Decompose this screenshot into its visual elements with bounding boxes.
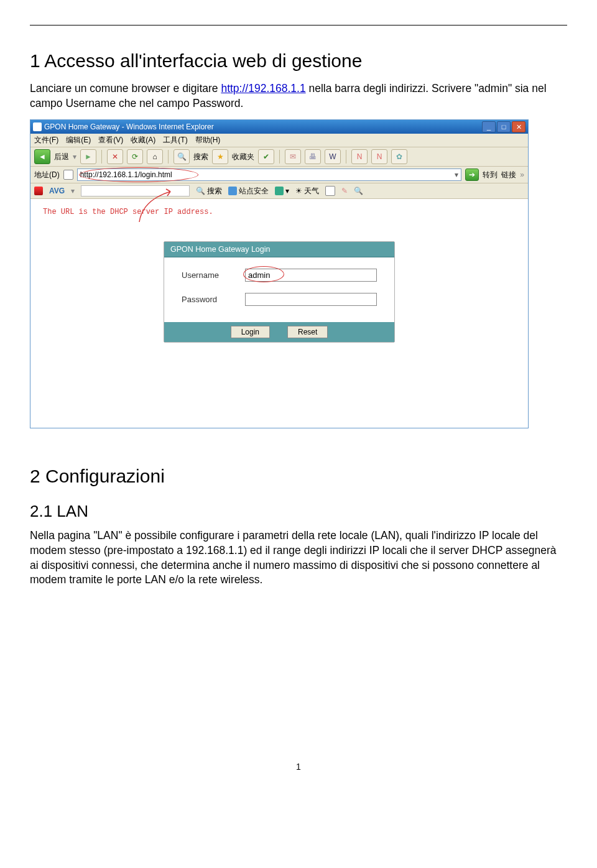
reset-button[interactable]: Reset [287, 326, 328, 338]
msn-icon[interactable]: ✿ [391, 149, 407, 164]
minimize-button[interactable]: _ [482, 121, 496, 132]
address-field[interactable]: http://192.168.1.1/login.html ▾ [77, 169, 462, 181]
address-url: http://192.168.1.1/login.html [80, 170, 172, 179]
go-button[interactable]: ➔ [465, 169, 479, 181]
window-title: GPON Home Gateway - Windows Internet Exp… [44, 122, 214, 131]
menu-tools[interactable]: 工具(T) [163, 135, 187, 145]
avg-toolbar: AVG ▾ 🔍 搜索 站点安全 ▾ ☀ 天气 ✎ 🔍 [30, 183, 528, 199]
home-button[interactable]: ⌂ [147, 149, 163, 164]
maximize-button[interactable]: □ [497, 121, 511, 132]
avg-edit-icon[interactable]: ✎ [341, 187, 348, 195]
refresh-button[interactable]: ⟳ [127, 149, 143, 164]
section1-heading: 1 Accesso all'interfaccia web di gestion… [30, 50, 567, 72]
avg-search-input[interactable] [81, 185, 190, 196]
page-icon [63, 170, 73, 180]
app-icon [33, 122, 42, 131]
menu-favorites[interactable]: 收藏(A) [131, 135, 155, 145]
history-button[interactable]: ✔ [258, 149, 274, 164]
username-label: Username [182, 270, 231, 280]
forward-button[interactable]: ► [80, 149, 96, 164]
n-icon-2[interactable]: N [371, 149, 387, 164]
avg-weather[interactable]: ☀ 天气 [295, 186, 319, 196]
close-button[interactable]: ✕ [512, 121, 525, 132]
word-icon[interactable]: W [325, 149, 341, 164]
password-label: Password [182, 295, 231, 304]
menu-view[interactable]: 查看(V) [98, 135, 123, 145]
page-number: 1 [30, 762, 567, 772]
avg-icon [34, 187, 43, 195]
search-button[interactable]: 🔍 [174, 149, 190, 164]
address-bar: 地址(D) http://192.168.1.1/login.html ▾ ➔ … [30, 167, 528, 183]
top-rule [30, 25, 567, 25]
section2-1-paragraph: Nella pagina "LAN" è possibile configura… [30, 529, 567, 588]
section2-heading: 2 Configurazioni [30, 466, 567, 487]
menu-file[interactable]: 文件(F) [34, 135, 58, 145]
address-label: 地址(D) [34, 170, 60, 180]
username-value: admin [248, 270, 270, 280]
login-button[interactable]: Login [231, 326, 270, 338]
section1-paragraph: Lanciare un comune browser e digitare ht… [30, 81, 567, 111]
section2-1-heading: 2.1 LAN [30, 502, 567, 521]
avg-info-icon[interactable]: ▾ [275, 187, 289, 195]
links-label: 链接 [501, 170, 516, 180]
avg-calendar-icon[interactable] [325, 186, 335, 196]
menu-help[interactable]: 帮助(H) [195, 135, 221, 145]
back-label: 后退 [54, 152, 69, 162]
menu-edit[interactable]: 编辑(E) [66, 135, 91, 145]
ie-screenshot: GPON Home Gateway - Windows Internet Exp… [30, 119, 529, 428]
login-header: GPON Home Gateway Login [164, 242, 394, 257]
username-input[interactable]: admin [245, 269, 377, 282]
toolbar: ◄ 后退 ▾ ► ✕ ⟳ ⌂ 🔍 搜索 ★ 收藏夹 ✔ ✉ 🖶 W N N ✿ [30, 147, 528, 167]
favorites-label: 收藏夹 [232, 152, 254, 162]
avg-logo: AVG [49, 187, 65, 195]
avg-site-safety[interactable]: 站点安全 [228, 186, 269, 196]
menubar: 文件(F) 编辑(E) 查看(V) 收藏(A) 工具(T) 帮助(H) [30, 134, 528, 147]
go-label: 转到 [483, 170, 497, 180]
gateway-url-link[interactable]: http://192.168.1.1 [221, 82, 305, 95]
url-note: The URL is the DHCP server IP address. [43, 208, 519, 216]
mail-button[interactable]: ✉ [285, 149, 301, 164]
password-input[interactable] [245, 293, 377, 306]
page-content: The URL is the DHCP server IP address. G… [30, 199, 528, 428]
stop-button[interactable]: ✕ [107, 149, 123, 164]
avg-search-button[interactable]: 🔍 搜索 [196, 186, 222, 196]
avg-lens-icon[interactable]: 🔍 [354, 187, 363, 195]
print-button[interactable]: 🖶 [305, 149, 321, 164]
search-label: 搜索 [193, 152, 208, 162]
favorites-button[interactable]: ★ [212, 149, 228, 164]
back-button[interactable]: ◄ [34, 149, 50, 164]
para1-part-a: Lanciare un comune browser e digitare [30, 82, 221, 95]
n-icon-1[interactable]: N [351, 149, 368, 164]
login-box: GPON Home Gateway Login Username admin P… [164, 241, 395, 343]
window-titlebar: GPON Home Gateway - Windows Internet Exp… [30, 120, 528, 134]
